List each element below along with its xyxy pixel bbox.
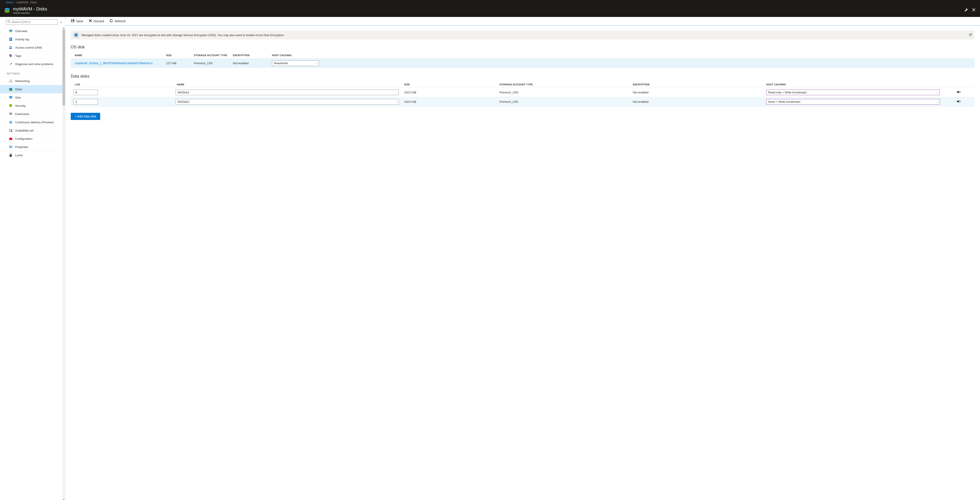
os-disk-size: 127 GiB — [163, 59, 191, 68]
data-disks-title: Data disks — [71, 74, 975, 79]
data-disks-table: LUN NAME SIZE STORAGE ACCOUNT TYPE ENCRY… — [71, 81, 975, 106]
refresh-icon — [109, 19, 113, 24]
disk-enc: Not enabled — [630, 88, 764, 97]
dropdown-value: WADisk2 — [178, 100, 189, 103]
sidebar-item-configuration[interactable]: Configuration — [0, 135, 65, 143]
os-disk-row: myWAVM_OsDisk_1_f8678795084e451c8bfdb837… — [71, 59, 975, 68]
svg-line-49 — [970, 33, 972, 35]
discard-button[interactable]: Discard — [89, 19, 104, 24]
lock-icon — [9, 153, 13, 157]
sidebar-item-label: Locks — [15, 154, 23, 157]
sidebar-item-extensions[interactable]: Extensions — [0, 110, 65, 118]
sidebar-item-availability-set[interactable]: Availability set — [0, 126, 65, 135]
availability-icon — [9, 129, 13, 132]
tag-icon — [9, 54, 13, 57]
collapse-sidebar-icon[interactable]: « — [59, 19, 63, 25]
sidebar-item-disks[interactable]: Disks — [0, 85, 65, 93]
sidebar-item-label: Activity log — [15, 38, 29, 41]
sidebar-item-activity-log[interactable]: Activity log — [0, 35, 65, 43]
sidebar-item-locks[interactable]: Locks — [0, 151, 65, 159]
search-input-wrapper[interactable] — [6, 19, 57, 25]
sidebar-item-continuous-delivery[interactable]: Continuous delivery (Preview) — [0, 118, 65, 126]
dropdown-value: Read/write — [274, 62, 288, 65]
svg-rect-28 — [9, 129, 11, 130]
sidebar: « Overview Activity log Access control (… — [0, 17, 65, 500]
package-icon — [9, 121, 13, 124]
th-hc: HOST CACHING — [764, 81, 943, 88]
svg-point-18 — [11, 81, 12, 82]
page-header: myWAVM - Disks Virtual machine — [0, 5, 980, 17]
svg-rect-25 — [10, 113, 11, 115]
add-data-disk-button[interactable]: + Add data disk — [71, 113, 100, 120]
sidebar-item-label: Extensions — [15, 112, 29, 116]
monitor-icon — [9, 29, 13, 33]
lun-input[interactable] — [73, 99, 98, 105]
disk-sat: Premium_LRS — [497, 88, 630, 97]
svg-point-39 — [11, 146, 12, 147]
chevron-down-icon: ⌵ — [936, 100, 938, 103]
sidebar-item-label: Continuous delivery (Preview) — [15, 121, 54, 124]
os-disk-host-caching-dropdown[interactable]: Read/write ⌵ — [272, 60, 319, 66]
page-subtitle: Virtual machine — [13, 11, 964, 14]
data-disk-row: WADisk1 ⌵ 1023 GiB Premium_LRS Not enabl… — [71, 88, 975, 97]
sidebar-item-diagnose[interactable]: Diagnose and solve problems — [0, 60, 65, 68]
disk-stack-icon — [3, 7, 11, 14]
sidebar-item-label: Disks — [15, 87, 22, 91]
chevron-down-icon: ⌵ — [395, 91, 397, 94]
disks-icon — [9, 87, 13, 91]
pin-icon[interactable] — [964, 8, 968, 13]
svg-rect-24 — [10, 98, 11, 99]
svg-point-14 — [11, 46, 12, 47]
lun-input[interactable] — [73, 90, 98, 95]
th-sat: STORAGE ACCOUNT TYPE — [191, 52, 230, 59]
breadcrumb-current: myWAVM - Disks — [16, 1, 37, 4]
sidebar-item-networking[interactable]: Networking — [0, 77, 65, 85]
scroll-thumb[interactable] — [62, 30, 65, 105]
os-disk-name-link[interactable]: myWAVM_OsDisk_1_f8678795084e451c8bfdb837… — [75, 62, 153, 65]
svg-point-17 — [9, 81, 10, 82]
th-hc: HOST CACHING — [269, 52, 322, 59]
toolbox-icon — [9, 137, 13, 140]
svg-rect-30 — [9, 131, 11, 132]
refresh-button[interactable]: Refresh — [109, 19, 126, 24]
sidebar-scrollbar[interactable]: ▲ ▼ — [62, 27, 65, 500]
sidebar-item-properties[interactable]: Properties — [0, 143, 65, 151]
sidebar-item-security[interactable]: Security — [0, 102, 65, 110]
sidebar-item-size[interactable]: Size — [0, 93, 65, 102]
sidebar-item-overview[interactable]: Overview — [0, 27, 65, 35]
svg-rect-11 — [10, 39, 11, 40]
info-banner: Managed disks created since June 10, 201… — [71, 30, 975, 40]
host-caching-dropdown[interactable]: None + Write Accelerator ⌵ — [766, 99, 940, 105]
puzzle-icon — [9, 112, 13, 116]
info-icon — [73, 32, 79, 38]
shield-icon — [9, 104, 13, 108]
save-button[interactable]: Save — [71, 19, 83, 24]
svg-rect-33 — [10, 138, 11, 138]
scroll-down-icon[interactable]: ▼ — [62, 498, 65, 500]
svg-rect-12 — [10, 40, 11, 40]
write-accelerator-toggle-icon[interactable] — [956, 100, 961, 104]
sliders-icon — [9, 145, 13, 149]
disk-size: 1023 GiB — [401, 97, 497, 106]
disk-name-dropdown[interactable]: WADisk1 ⌵ — [175, 90, 399, 95]
disk-name-dropdown[interactable]: WADisk2 ⌵ — [175, 99, 399, 105]
sidebar-item-tags[interactable]: Tags — [0, 51, 65, 60]
close-icon[interactable] — [972, 8, 975, 13]
external-link-icon[interactable] — [969, 33, 972, 37]
search-input[interactable] — [11, 20, 56, 24]
os-disk-table: NAME SIZE STORAGE ACCOUNT TYPE ENCRYPTIO… — [71, 52, 975, 68]
sidebar-item-label: Properties — [15, 145, 28, 149]
svg-point-16 — [10, 79, 11, 81]
svg-point-13 — [10, 46, 11, 48]
breadcrumb-home[interactable]: Home — [6, 1, 13, 4]
save-icon — [71, 19, 75, 24]
sidebar-item-access-control[interactable]: Access control (IAM) — [0, 43, 65, 51]
host-caching-dropdown[interactable]: Read-only + Write Accelerator ⌵ — [766, 90, 940, 95]
svg-point-38 — [11, 147, 11, 148]
sidebar-nav: Overview Activity log Access control (IA… — [0, 27, 65, 500]
write-accelerator-toggle-icon[interactable] — [956, 91, 961, 94]
th-name: NAME — [173, 81, 401, 88]
th-sat: STORAGE ACCOUNT TYPE — [497, 81, 630, 88]
th-name: NAME — [71, 52, 163, 59]
scroll-up-icon[interactable]: ▲ — [62, 27, 65, 30]
